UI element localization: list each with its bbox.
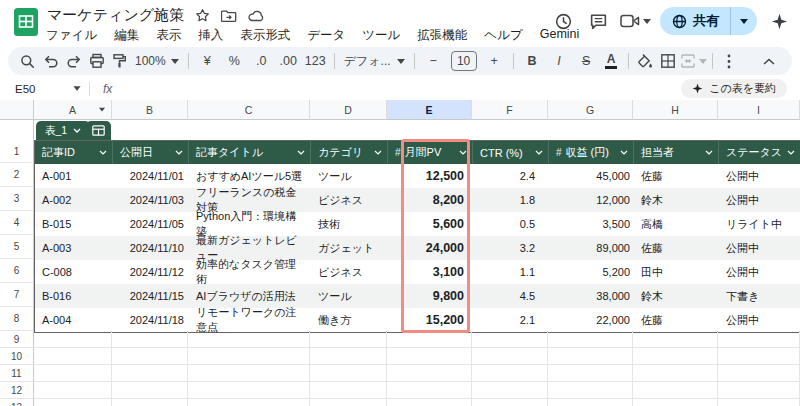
cell-G6[interactable]: 5,200: [549, 260, 634, 284]
cell-G3[interactable]: 12,000: [549, 188, 634, 212]
cell-D8[interactable]: 働き方: [311, 308, 388, 332]
menu-挿入[interactable]: 挿入: [196, 27, 225, 44]
row-header-2[interactable]: 2: [0, 163, 34, 187]
cell-B6[interactable]: 2024/11/12: [113, 260, 189, 284]
cell-D3[interactable]: ビジネス: [311, 188, 388, 212]
column-header-F[interactable]: F: [472, 100, 548, 120]
select-all-corner[interactable]: [0, 100, 34, 120]
cell-F2[interactable]: 2.4: [473, 164, 549, 188]
empty-cell[interactable]: [548, 331, 633, 347]
row-header-10[interactable]: 10: [0, 348, 34, 365]
merge-cells-icon[interactable]: [680, 49, 707, 73]
cell-I8[interactable]: 公開中: [719, 308, 800, 332]
empty-cell[interactable]: [548, 365, 633, 381]
column-header-E[interactable]: E: [387, 100, 472, 120]
empty-cell[interactable]: [633, 382, 718, 398]
cell-C6[interactable]: 効率的なタスク管理術: [189, 260, 311, 284]
row-header-7[interactable]: 7: [0, 283, 34, 307]
cell-I5[interactable]: 公開中: [719, 236, 800, 260]
table-column-header-5[interactable]: #月間PV: [388, 141, 473, 164]
currency-format-button[interactable]: ¥: [194, 49, 221, 73]
cell-E2[interactable]: 12,500: [388, 164, 473, 188]
row-header-8[interactable]: 8: [0, 307, 34, 331]
empty-cell[interactable]: [34, 365, 112, 381]
cell-A2[interactable]: A-001: [35, 164, 113, 188]
percent-format-button[interactable]: %: [221, 49, 248, 73]
empty-cell[interactable]: [310, 348, 387, 364]
star-icon[interactable]: [195, 8, 210, 23]
cell-F3[interactable]: 1.8: [473, 188, 549, 212]
print-icon[interactable]: [85, 49, 108, 73]
chevron-down-icon[interactable]: [620, 150, 628, 155]
cell-B2[interactable]: 2024/11/01: [113, 164, 189, 188]
table-column-header-4[interactable]: カテゴリ: [311, 141, 388, 164]
redo-icon[interactable]: [62, 49, 85, 73]
cell-I3[interactable]: 公開中: [719, 188, 800, 212]
menu-データ[interactable]: データ: [305, 27, 347, 44]
empty-cell[interactable]: [548, 382, 633, 398]
cell-F8[interactable]: 2.1: [473, 308, 549, 332]
row-header-6[interactable]: 6: [0, 259, 34, 283]
cell-H2[interactable]: 佐藤: [634, 164, 719, 188]
empty-cell[interactable]: [472, 382, 548, 398]
collapse-toolbar-icon[interactable]: [757, 49, 780, 73]
empty-cell[interactable]: [310, 331, 387, 347]
empty-cell[interactable]: [310, 382, 387, 398]
cell-B5[interactable]: 2024/11/10: [113, 236, 189, 260]
cell-E6[interactable]: 3,100: [388, 260, 473, 284]
empty-cell[interactable]: [34, 331, 112, 347]
cell-G8[interactable]: 22,000: [549, 308, 634, 332]
cell-D5[interactable]: ガジェット: [311, 236, 388, 260]
column-header-B[interactable]: B: [112, 100, 188, 120]
empty-cell[interactable]: [718, 331, 800, 347]
menu-表示[interactable]: 表示: [154, 27, 183, 44]
cell-F6[interactable]: 1.1: [473, 260, 549, 284]
empty-cell[interactable]: [548, 399, 633, 406]
cell-C8[interactable]: リモートワークの注意点: [189, 308, 311, 332]
row-header-5[interactable]: 5: [0, 235, 34, 259]
empty-cell[interactable]: [387, 399, 472, 406]
table-column-header-3[interactable]: 記事タイトル: [189, 141, 311, 164]
cell-A3[interactable]: A-002: [35, 188, 113, 212]
empty-cell[interactable]: [633, 399, 718, 406]
cell-B7[interactable]: 2024/11/15: [113, 284, 189, 308]
menu-ヘルプ[interactable]: ヘルプ: [482, 27, 524, 44]
empty-cell[interactable]: [472, 348, 548, 364]
column-header-G[interactable]: G: [548, 100, 633, 120]
meet-video-button[interactable]: [620, 13, 651, 29]
row-header-1[interactable]: 1: [0, 140, 34, 163]
cell-F4[interactable]: 0.5: [473, 212, 549, 236]
cell-E7[interactable]: 9,800: [388, 284, 473, 308]
empty-cell[interactable]: [718, 365, 800, 381]
row-header-9[interactable]: 9: [0, 331, 34, 348]
empty-cell[interactable]: [387, 331, 472, 347]
cell-E3[interactable]: 8,200: [388, 188, 473, 212]
cell-H3[interactable]: 鈴木: [634, 188, 719, 212]
move-folder-icon[interactable]: [221, 9, 237, 23]
share-button[interactable]: 共有: [660, 7, 757, 35]
cell-G4[interactable]: 3,500: [549, 212, 634, 236]
empty-cell[interactable]: [34, 399, 112, 406]
share-dropdown[interactable]: [731, 7, 757, 35]
table-name-chip[interactable]: 表_1: [36, 121, 90, 140]
decrease-decimal-button[interactable]: .0: [248, 49, 275, 73]
empty-cell[interactable]: [112, 365, 188, 381]
chevron-down-icon[interactable]: [705, 150, 713, 155]
cell-G5[interactable]: 89,000: [549, 236, 634, 260]
document-title[interactable]: マーケティング施策: [47, 6, 184, 25]
zoom-select[interactable]: 100%: [131, 54, 183, 68]
cell-B8[interactable]: 2024/11/18: [113, 308, 189, 332]
empty-cell[interactable]: [472, 365, 548, 381]
chevron-down-icon[interactable]: [787, 150, 795, 155]
empty-cell[interactable]: [188, 399, 310, 406]
text-color-button[interactable]: A: [600, 49, 623, 73]
empty-cell[interactable]: [188, 382, 310, 398]
table-column-header-7[interactable]: #収益 (円): [549, 141, 634, 164]
empty-cell[interactable]: [188, 365, 310, 381]
empty-cell[interactable]: [387, 365, 472, 381]
chevron-down-icon[interactable]: [99, 150, 107, 155]
cell-A8[interactable]: A-004: [35, 308, 113, 332]
empty-cell[interactable]: [34, 382, 112, 398]
table-column-header-2[interactable]: 公開日: [113, 141, 189, 164]
empty-cell[interactable]: [718, 382, 800, 398]
